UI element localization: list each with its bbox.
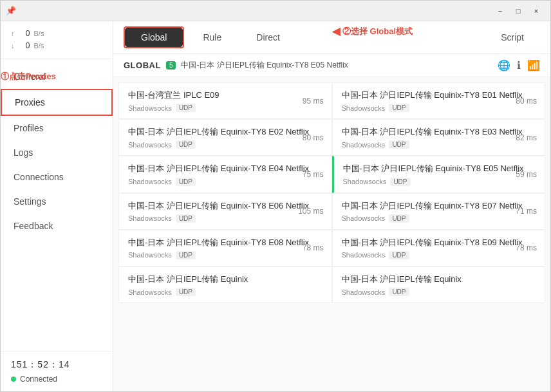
- proxy-card-name: 中国-日本 沪日IEPL传输 Equinix-TY8 E08 Netflix: [128, 237, 322, 248]
- sidebar-item-settings[interactable]: Settings: [1, 189, 113, 214]
- proxy-card[interactable]: 中国-日本 沪日IEPL传输 Equinix-TY8 E06 Netflix S…: [118, 193, 332, 230]
- global-tab-wrapper: Global: [124, 26, 184, 48]
- proxy-badge: UDP: [176, 178, 196, 186]
- proxy-latency: 71 ms: [516, 207, 537, 216]
- close-button[interactable]: ×: [527, 5, 545, 17]
- tab-direct[interactable]: Direct: [240, 28, 296, 47]
- nav-items: General Proxies ①点击Proxies Profiles Logs…: [1, 59, 113, 351]
- connection-status: Connected: [11, 375, 102, 384]
- proxy-card-name: 中国-日本 沪日IEPL传输 Equinix: [128, 274, 322, 285]
- app-window: 📌 − □ × ↑ 0 B/s ↓ 0 B/s General: [0, 0, 551, 392]
- proxy-card-name: 中国-日本 沪日IEPL传输 Equinix-TY8 E04 Netflix: [128, 163, 322, 174]
- maximize-button[interactable]: □: [509, 5, 527, 17]
- proxy-card[interactable]: 中国-日本 沪日IEPL传输 Equinix Shadowsocks UDP: [118, 266, 332, 303]
- speed-area: ↑ 0 B/s ↓ 0 B/s: [1, 21, 113, 59]
- proxy-latency: 80 ms: [516, 97, 537, 106]
- proxy-card-meta: Shadowsocks UDP: [128, 214, 322, 223]
- proxy-header: GLOBAL 5 中国-日本 沪日IEPL传输 Equinix-TY8 E05 …: [113, 54, 550, 77]
- proxy-type: Shadowsocks: [342, 288, 386, 296]
- sidebar-item-connections[interactable]: Connections: [1, 165, 113, 189]
- sidebar-item-logs[interactable]: Logs: [1, 140, 113, 165]
- proxy-card-meta: Shadowsocks UDP: [342, 251, 536, 259]
- proxy-count-badge: 5: [166, 61, 176, 70]
- proxy-card-meta: Shadowsocks UDP: [342, 104, 536, 112]
- proxy-card-name: 中国-日本 沪日IEPL传输 Equinix-TY8 E02 Netflix: [128, 126, 322, 138]
- info-icon[interactable]: ℹ: [517, 59, 521, 71]
- wifi-icon[interactable]: 📶: [527, 59, 540, 71]
- proxy-type: Shadowsocks: [128, 141, 172, 149]
- proxy-card[interactable]: 中国-日本 沪日IEPL传输 Equinix-TY8 E09 Netflix S…: [332, 230, 546, 266]
- proxy-card-meta: Shadowsocks UDP: [342, 140, 536, 149]
- download-speed-value: 0: [19, 40, 30, 52]
- mode-tabs: Global Rule Direct Script ◀ ②选择 Global模式: [113, 21, 550, 54]
- proxy-card-name: 中国-日本 沪日IEPL传输 Equinix-TY8 E01 Netflix: [342, 89, 536, 101]
- proxy-badge: UDP: [389, 104, 409, 112]
- proxy-badge: UDP: [176, 251, 196, 259]
- annotation-arrow-icon: ◀: [332, 25, 340, 37]
- proxy-latency: 95 ms: [303, 97, 324, 106]
- status-dot-icon: [11, 377, 16, 382]
- proxy-card-meta: Shadowsocks UDP: [342, 214, 536, 223]
- proxy-card-meta: Shadowsocks UDP: [128, 178, 322, 186]
- sidebar-item-proxies[interactable]: Proxies ①点击Proxies: [1, 89, 113, 116]
- proxy-badge: UDP: [389, 251, 409, 259]
- proxy-type: Shadowsocks: [342, 104, 386, 112]
- sidebar-item-profiles[interactable]: Profiles: [1, 116, 113, 140]
- proxy-latency: 80 ms: [303, 133, 324, 142]
- proxy-type: Shadowsocks: [343, 178, 387, 185]
- tab-rule[interactable]: Rule: [187, 28, 238, 47]
- proxy-card[interactable]: 中国-日本 沪日IEPL传输 Equinix-TY8 E04 Netflix S…: [118, 156, 332, 192]
- proxy-latency: 59 ms: [516, 170, 537, 179]
- upload-speed-unit: B/s: [34, 28, 44, 40]
- proxy-grid: 中国-台湾宜兰 IPLC E09 Shadowsocks UDP 95 ms 中…: [118, 82, 545, 303]
- proxy-type: Shadowsocks: [128, 251, 172, 259]
- minimize-button[interactable]: −: [491, 5, 509, 17]
- sidebar: ↑ 0 B/s ↓ 0 B/s General Proxies ①点击Proxi…: [1, 21, 113, 391]
- proxy-latency: 82 ms: [516, 133, 537, 142]
- status-label: Connected: [20, 375, 57, 384]
- download-arrow-icon: ↓: [11, 41, 15, 52]
- proxy-card[interactable]: 中国-日本 沪日IEPL传输 Equinix-TY8 E01 Netflix S…: [332, 82, 546, 119]
- proxy-type: Shadowsocks: [128, 178, 172, 185]
- proxy-card-name: 中国-日本 沪日IEPL传输 Equinix-TY8 E09 Netflix: [342, 237, 536, 248]
- proxy-card-meta: Shadowsocks UDP: [342, 288, 536, 296]
- proxy-latency: 75 ms: [303, 170, 324, 179]
- proxy-latency: 78 ms: [516, 243, 537, 252]
- upload-arrow-icon: ↑: [11, 28, 15, 40]
- annotation-global-text: ②选择 Global模式: [342, 26, 413, 37]
- proxy-card[interactable]: 中国-日本 沪日IEPL传输 Equinix-TY8 E07 Netflix S…: [332, 193, 546, 230]
- content-area: Global Rule Direct Script ◀ ②选择 Global模式…: [113, 21, 550, 391]
- proxy-card[interactable]: 中国-日本 沪日IEPL传输 Equinix-TY8 E08 Netflix S…: [118, 230, 332, 266]
- proxy-card-name: 中国-日本 沪日IEPL传输 Equinix-TY8 E03 Netflix: [342, 126, 536, 138]
- proxy-card-meta: Shadowsocks UDP: [128, 288, 322, 296]
- proxy-type: Shadowsocks: [128, 104, 172, 112]
- proxy-badge: UDP: [389, 288, 409, 296]
- pin-icon[interactable]: 📌: [6, 6, 16, 15]
- proxy-badge: UDP: [389, 140, 409, 149]
- proxy-badge: UDP: [176, 140, 196, 149]
- proxy-card-name: 中国-台湾宜兰 IPLC E09: [128, 89, 322, 101]
- proxy-type: Shadowsocks: [128, 214, 172, 222]
- proxy-header-icons: 🌐 ℹ 📶: [498, 59, 540, 71]
- tab-script[interactable]: Script: [485, 28, 540, 47]
- proxy-card-name: 中国-日本 沪日IEPL传输 Equinix-TY8 E07 Netflix: [342, 200, 536, 212]
- proxy-type: Shadowsocks: [342, 251, 386, 259]
- proxy-card-meta: Shadowsocks UDP: [128, 140, 322, 149]
- globe-icon[interactable]: 🌐: [498, 59, 510, 71]
- proxy-badge: UDP: [176, 104, 196, 112]
- proxy-type: Shadowsocks: [342, 141, 386, 149]
- sidebar-bottom: 151：52：14 Connected: [1, 351, 113, 391]
- sidebar-item-general[interactable]: General: [1, 64, 113, 89]
- proxy-card[interactable]: 中国-日本 沪日IEPL传输 Equinix-TY8 E02 Netflix S…: [118, 119, 332, 156]
- upload-speed-value: 0: [19, 28, 30, 40]
- proxy-card[interactable]: 中国-日本 沪日IEPL传输 Equinix-TY8 E05 Netflix S…: [332, 156, 546, 192]
- proxy-card-name: 中国-日本 沪日IEPL传输 Equinix: [342, 274, 536, 285]
- proxy-card[interactable]: 中国-日本 沪日IEPL传输 Equinix Shadowsocks UDP: [332, 266, 546, 303]
- proxy-card[interactable]: 中国-日本 沪日IEPL传输 Equinix-TY8 E03 Netflix S…: [332, 119, 546, 156]
- proxy-type: Shadowsocks: [128, 288, 172, 296]
- proxy-card[interactable]: 中国-台湾宜兰 IPLC E09 Shadowsocks UDP 95 ms: [118, 82, 332, 119]
- sidebar-item-feedback[interactable]: Feedback: [1, 214, 113, 238]
- tab-global[interactable]: Global: [125, 28, 183, 47]
- proxy-list[interactable]: 中国-台湾宜兰 IPLC E09 Shadowsocks UDP 95 ms 中…: [113, 77, 550, 391]
- proxy-latency: 105 ms: [298, 207, 323, 216]
